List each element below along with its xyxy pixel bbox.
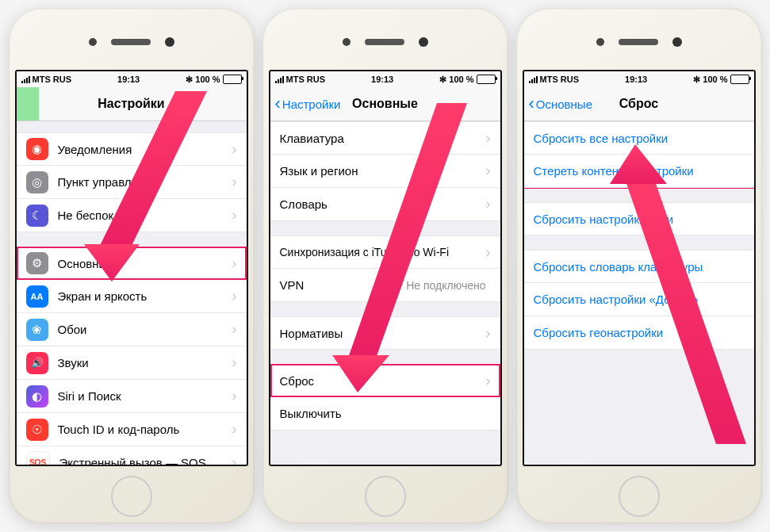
- section-keyboard: Клавиатура › Язык и регион › Словарь ›: [270, 121, 500, 221]
- back-label: Основные: [536, 98, 592, 111]
- row-reset-keyboard[interactable]: Сбросить словарь клавиатуры: [524, 250, 754, 283]
- row-label: Язык и регион: [280, 164, 486, 178]
- row-label: Нормативы: [280, 327, 486, 340]
- status-bar: MTS RUS 19:13 ✻ 100 %: [17, 71, 247, 87]
- row-label: Пункт управления: [58, 175, 232, 189]
- home-button[interactable]: [365, 476, 406, 517]
- fingerprint-icon: ☉: [26, 419, 48, 441]
- chevron-left-icon: ‹: [529, 95, 534, 113]
- row-label: Уведомления: [58, 143, 232, 156]
- chevron-right-icon: ›: [232, 354, 237, 371]
- row-reset-network[interactable]: Сбросить настройки сети: [524, 202, 754, 235]
- row-label: Экстренный вызов — SOS: [59, 456, 232, 465]
- notifications-icon: ◉: [26, 138, 48, 160]
- bluetooth-icon: ✻: [186, 75, 193, 85]
- status-bar: MTS RUS 19:13 ✻ 100 %: [270, 71, 500, 87]
- row-value: Не подключено: [406, 279, 485, 292]
- time-label: 19:13: [117, 75, 140, 84]
- back-button[interactable]: ‹ Настройки: [275, 95, 341, 113]
- row-reset-home[interactable]: Сбросить настройки «Домой»: [524, 283, 754, 316]
- row-label: Основные: [58, 257, 232, 270]
- section-reset-main: Сбросить все настройки Стереть контент и…: [524, 121, 754, 188]
- sensor-icon: [89, 38, 97, 46]
- screen: MTS RUS 19:13 ✻ 100 % ‹ Основные Сброс С…: [523, 70, 756, 466]
- row-sos[interactable]: SOS Экстренный вызов — SOS ›: [17, 446, 247, 465]
- chevron-right-icon: ›: [232, 388, 237, 404]
- carrier-label: MTS RUS: [540, 75, 580, 84]
- gear-icon: ⚙: [26, 252, 48, 274]
- navigation-bar: ‹ Настройки Основные: [270, 87, 500, 121]
- wallpaper-icon: ❀: [26, 319, 48, 341]
- battery-icon: [223, 75, 242, 84]
- row-display[interactable]: AA Экран и яркость ›: [17, 280, 247, 313]
- reset-list[interactable]: Сбросить все настройки Стереть контент и…: [524, 121, 754, 465]
- row-label: Сбросить настройки «Домой»: [534, 293, 745, 306]
- back-label: Настройки: [282, 98, 341, 111]
- siri-icon: ◐: [26, 385, 48, 408]
- row-control-center[interactable]: ◎ Пункт управления ›: [17, 166, 247, 199]
- signal-icon: [275, 76, 284, 83]
- row-erase-content[interactable]: Стереть контент и настройки: [524, 155, 754, 188]
- row-label: Синхронизация с iTunes по Wi-Fi: [280, 246, 486, 258]
- row-itunes-sync[interactable]: Синхронизация с iTunes по Wi-Fi ›: [270, 235, 500, 269]
- row-siri[interactable]: ◐ Siri и Поиск ›: [17, 380, 247, 413]
- chevron-right-icon: ›: [232, 255, 237, 272]
- row-label: Сбросить все настройки: [534, 132, 745, 145]
- chevron-right-icon: ›: [232, 288, 237, 304]
- row-reset-location[interactable]: Сбросить геонастройки: [524, 316, 754, 350]
- row-label: Звуки: [58, 356, 232, 369]
- home-button[interactable]: [619, 476, 660, 517]
- phone-top: [523, 14, 756, 70]
- row-reset[interactable]: Сброс ›: [270, 364, 500, 397]
- row-shutdown[interactable]: Выключить: [270, 397, 500, 431]
- sos-icon: SOS: [26, 451, 50, 466]
- chevron-right-icon: ›: [486, 373, 491, 389]
- sensor-icon: [596, 38, 604, 46]
- phone-top: [15, 14, 248, 70]
- row-vpn[interactable]: VPN Не подключено: [270, 269, 500, 302]
- row-regulatory[interactable]: Нормативы ›: [270, 316, 500, 350]
- battery-pct: 100 %: [703, 75, 727, 84]
- row-dnd[interactable]: ☾ Не беспок ›: [17, 199, 247, 232]
- sensor-icon: [343, 38, 351, 46]
- row-label: Клавиатура: [280, 132, 486, 145]
- chevron-right-icon: ›: [486, 244, 491, 261]
- chevron-left-icon: ‹: [275, 95, 281, 113]
- selection-indicator: [17, 87, 39, 121]
- camera-icon: [165, 37, 174, 47]
- section-sync: Синхронизация с iTunes по Wi-Fi › VPN Не…: [270, 235, 500, 302]
- chevron-right-icon: ›: [232, 141, 237, 158]
- general-list[interactable]: Клавиатура › Язык и регион › Словарь › С…: [270, 121, 500, 465]
- bluetooth-icon: ✻: [693, 75, 700, 85]
- moon-icon: ☾: [26, 205, 48, 227]
- row-label: Стереть контент и настройки: [534, 164, 745, 178]
- battery-icon: [477, 75, 496, 84]
- camera-icon: [672, 37, 682, 47]
- row-keyboard[interactable]: Клавиатура ›: [270, 121, 500, 155]
- time-label: 19:13: [625, 75, 647, 84]
- row-label: VPN: [280, 278, 407, 292]
- row-general[interactable]: ⚙ Основные ›: [17, 247, 247, 280]
- row-language[interactable]: Язык и регион ›: [270, 155, 500, 188]
- row-label: Siri и Поиск: [58, 389, 232, 403]
- chevron-right-icon: ›: [232, 207, 237, 224]
- signal-icon: [529, 76, 538, 83]
- row-wallpaper[interactable]: ❀ Обои ›: [17, 313, 247, 346]
- chevron-right-icon: ›: [232, 454, 237, 465]
- phone-mockup-1: MTS RUS 19:13 ✻ 100 % Настройки ◉ Уведом…: [9, 8, 255, 523]
- back-button[interactable]: ‹ Основные: [529, 95, 593, 113]
- row-reset-all[interactable]: Сбросить все настройки: [524, 121, 754, 155]
- phone-mockup-3: MTS RUS 19:13 ✻ 100 % ‹ Основные Сброс С…: [516, 8, 762, 523]
- settings-list[interactable]: ◉ Уведомления › ◎ Пункт управления › ☾ Н…: [17, 121, 247, 465]
- row-dictionary[interactable]: Словарь ›: [270, 188, 500, 221]
- row-sounds[interactable]: 🔊 Звуки ›: [17, 346, 247, 380]
- bluetooth-icon: ✻: [439, 75, 446, 85]
- chevron-right-icon: ›: [232, 421, 237, 438]
- carrier-label: MTS RUS: [286, 75, 326, 84]
- section-notifications: ◉ Уведомления › ◎ Пункт управления › ☾ Н…: [17, 132, 247, 232]
- home-button[interactable]: [111, 476, 152, 517]
- row-label: Обои: [58, 323, 232, 336]
- speaker-icon: [619, 39, 658, 45]
- row-notifications[interactable]: ◉ Уведомления ›: [17, 132, 247, 166]
- row-touchid[interactable]: ☉ Touch ID и код-пароль ›: [17, 413, 247, 446]
